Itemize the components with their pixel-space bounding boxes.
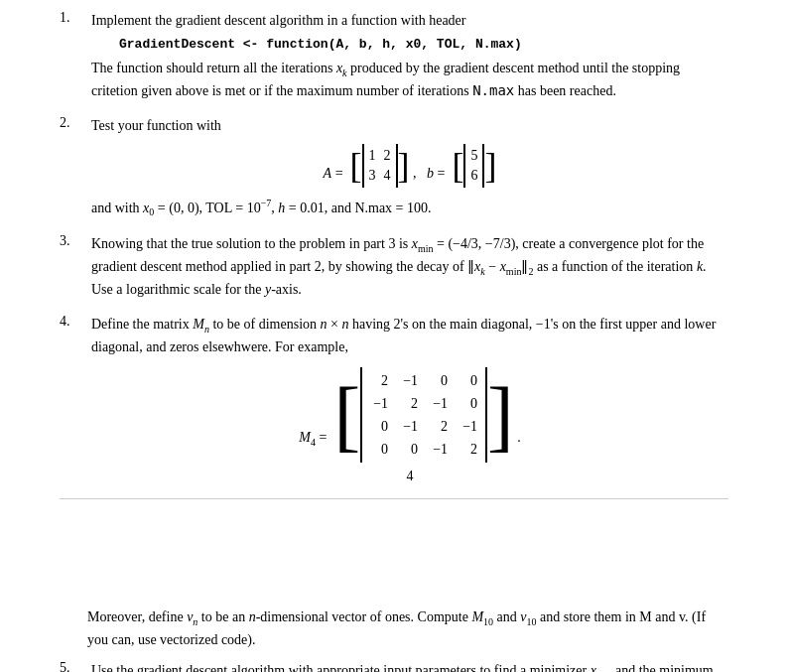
item-1: 1. Implement the gradient descent algori… — [60, 10, 728, 105]
item-2-body: Test your function with A = [ 12 34 ] , … — [91, 115, 728, 224]
item-2-extra-text: and with x0 = (0, 0), TOL = 10−7, h = 0.… — [91, 196, 728, 219]
section-gap — [60, 507, 728, 606]
item-4-number: 4. — [60, 314, 87, 488]
moreover-text-block: Moreover, define vn to be an n-dimension… — [60, 606, 728, 650]
item-5-body: Use the gradient descent algorithm with … — [91, 660, 728, 672]
eq-number-4: 4 — [91, 469, 728, 484]
item-1-body: Implement the gradient descent algorithm… — [91, 10, 728, 105]
moreover-text: Moreover, define vn to be an n-dimension… — [87, 606, 728, 650]
matrix-A: [ 12 34 ] — [350, 144, 410, 188]
item-3-number: 3. — [60, 233, 87, 304]
item-1-number: 1. — [60, 10, 87, 105]
item-4-text-before: Define the matrix Mn to be of dimension … — [91, 314, 728, 357]
item-2-number: 2. — [60, 115, 87, 224]
item-5-text: Use the gradient descent algorithm with … — [91, 660, 728, 672]
item-3: 3. Knowing that the true solution to the… — [60, 233, 728, 304]
item-4-body: Define the matrix Mn to be of dimension … — [91, 314, 728, 488]
item-1-text-after: The function should return all the itera… — [91, 58, 728, 101]
matrix-M4: [ 2−100 −12−10 0−12−1 00−12 ] — [333, 367, 513, 463]
matrix-b: [ 5 6 ] — [452, 144, 496, 188]
item-4-matrix-display: M4 = [ 2−100 −12−10 0−12−1 00−12 ] . — [91, 367, 728, 463]
item-3-text: Knowing that the true solution to the pr… — [91, 233, 728, 300]
page-content: 1. Implement the gradient descent algori… — [0, 0, 788, 672]
item-5: 5. Use the gradient descent algorithm wi… — [60, 660, 728, 672]
item-5-number: 5. — [60, 660, 87, 672]
section-divider — [60, 498, 728, 499]
item-1-code: GradientDescent <- function(A, b, h, x0,… — [119, 37, 728, 52]
item-2: 2. Test your function with A = [ 12 34 ]… — [60, 115, 728, 224]
item-2-text: Test your function with — [91, 115, 728, 136]
item-1-text-before: Implement the gradient descent algorithm… — [91, 10, 728, 31]
item-3-body: Knowing that the true solution to the pr… — [91, 233, 728, 304]
item-4: 4. Define the matrix Mn to be of dimensi… — [60, 314, 728, 488]
item-2-matrix-expr: A = [ 12 34 ] , b = [ 5 — [91, 144, 728, 188]
